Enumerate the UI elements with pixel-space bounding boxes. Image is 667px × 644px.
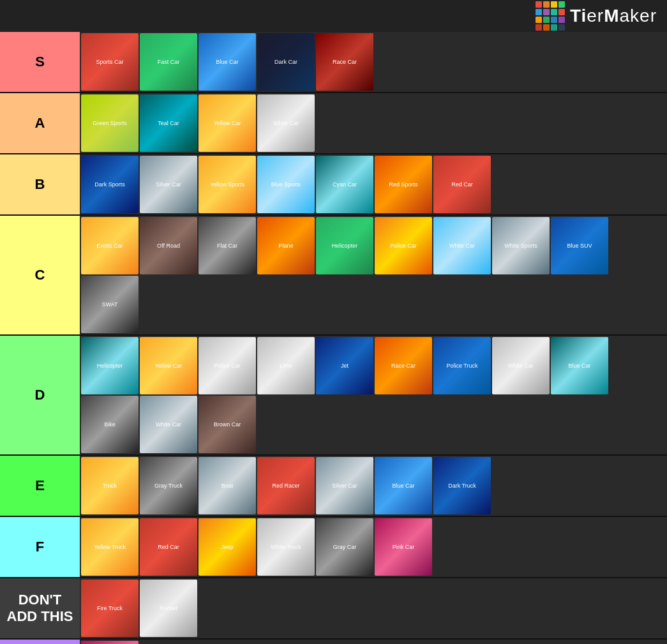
logo-grid-cell-6 [551, 9, 557, 15]
tier-item-F-2[interactable]: Jeep [199, 518, 256, 576]
tier-item-img-C-6: White Car [433, 217, 491, 274]
tier-rows-container: SSports CarFast CarBlue CarDark CarRace … [0, 32, 667, 644]
tier-item-img-D-3: Limo [257, 337, 315, 394]
tier-row-F: FYellow TruckRed CarJeepWhite TruckGray … [0, 517, 667, 578]
tier-item-C-3[interactable]: Plane [257, 217, 315, 274]
tier-item-E-5[interactable]: Blue Car [375, 457, 432, 514]
tier-item-img-D-11: Brown Car [199, 396, 256, 453]
tier-item-img-E-1: Gray Truck [140, 457, 197, 514]
tier-item-C-2[interactable]: Flat Car [199, 217, 256, 274]
tier-items-E: TruckGray TruckBoatRed RacerSilver CarBl… [80, 456, 667, 516]
tier-items-CANT: Hover Car [80, 640, 667, 644]
tier-item-img-C-0: Exotic Car [81, 217, 139, 274]
tier-item-D-5[interactable]: Race Car [375, 337, 432, 394]
tier-item-A-3[interactable]: White Car [257, 94, 315, 152]
tier-item-D-0[interactable]: Helicopter [81, 337, 139, 394]
tier-item-img-S-0: Sports Car [81, 33, 139, 91]
tier-row-CANT: Can't BuyHover Car [0, 640, 667, 644]
tier-item-img-S-3: Dark Car [257, 33, 315, 91]
logo-grid-cell-15 [558, 24, 565, 31]
logo-grid-cell-1 [543, 1, 550, 8]
tier-item-D-7[interactable]: White Car [492, 337, 550, 394]
tier-item-D-10[interactable]: White Car [140, 396, 197, 453]
tier-item-img-A-3: White Car [257, 94, 315, 152]
tier-item-CANT-0[interactable]: Hover Car [81, 641, 139, 644]
tier-item-img-S-4: Race Car [316, 33, 373, 91]
tier-item-img-E-4: Silver Car [316, 457, 373, 514]
tier-item-D-6[interactable]: Police Truck [433, 337, 491, 394]
tier-item-S-1[interactable]: Fast Car [140, 33, 197, 91]
tier-item-D-8[interactable]: Blue Car [551, 337, 608, 394]
tier-item-S-3[interactable]: Dark Car [257, 33, 315, 91]
tier-item-C-6[interactable]: White Car [433, 217, 491, 274]
tier-item-A-2[interactable]: Yellow Car [199, 94, 256, 152]
tier-item-B-5[interactable]: Red Sports [375, 156, 432, 213]
logo-grid-cell-0 [536, 1, 542, 8]
logo-grid-cell-11 [558, 17, 565, 23]
tier-item-C-4[interactable]: Helicopter [316, 217, 373, 274]
tier-item-D-9[interactable]: Bike [81, 396, 139, 453]
tier-item-B-3[interactable]: Blue Sports [257, 156, 315, 213]
tier-item-img-B-2: Yellow Sports [199, 156, 256, 213]
tier-item-C-7[interactable]: White Sports [492, 217, 550, 274]
tier-item-A-0[interactable]: Green Sports [81, 94, 139, 152]
tier-item-E-6[interactable]: Dark Truck [433, 457, 491, 514]
tier-list: TierMaker SSports CarFast CarBlue CarDar… [0, 0, 667, 644]
tier-item-C-1[interactable]: Off Road [140, 217, 197, 274]
tier-item-D-3[interactable]: Limo [257, 337, 315, 394]
tier-row-C: CExotic CarOff RoadFlat CarPlaneHelicopt… [0, 216, 667, 336]
tier-item-F-0[interactable]: Yellow Truck [81, 518, 139, 576]
tier-item-img-S-1: Fast Car [140, 33, 197, 91]
tier-item-C-0[interactable]: Exotic Car [81, 217, 139, 274]
tier-item-img-D-2: Police Car [199, 337, 256, 394]
tier-item-img-D-6: Police Truck [433, 337, 491, 394]
tier-item-D-11[interactable]: Brown Car [199, 396, 256, 453]
tier-item-D-1[interactable]: Yellow Car [140, 337, 197, 394]
tier-item-S-0[interactable]: Sports Car [81, 33, 139, 91]
tier-item-E-0[interactable]: Truck [81, 457, 139, 514]
tier-item-DONT-1[interactable]: Rocket [140, 580, 197, 637]
tier-item-E-4[interactable]: Silver Car [316, 457, 373, 514]
tier-item-F-3[interactable]: White Truck [257, 518, 315, 576]
tier-item-D-4[interactable]: Jet [316, 337, 373, 394]
tier-item-F-1[interactable]: Red Car [140, 518, 197, 576]
tier-items-D: HelicopterYellow CarPolice CarLimoJetRac… [80, 336, 667, 454]
tier-item-img-E-0: Truck [81, 457, 139, 514]
tier-item-img-F-2: Jeep [199, 518, 256, 576]
tier-item-img-C-9: SWAT [81, 276, 139, 333]
tier-item-img-D-4: Jet [316, 337, 373, 394]
tier-item-E-2[interactable]: Boat [199, 457, 256, 514]
tier-item-C-5[interactable]: Police Car [375, 217, 432, 274]
tier-item-B-4[interactable]: Cyan Car [316, 156, 373, 213]
logo-grid-cell-2 [551, 1, 557, 8]
tier-row-A: AGreen SportsTeal CarYellow CarWhite Car [0, 93, 667, 154]
tier-item-E-3[interactable]: Red Racer [257, 457, 315, 514]
tier-item-A-1[interactable]: Teal Car [140, 94, 197, 152]
tier-item-B-2[interactable]: Yellow Sports [199, 156, 256, 213]
tier-item-img-B-6: Red Car [433, 156, 491, 213]
tier-item-F-5[interactable]: Pink Car [375, 518, 432, 576]
tier-item-C-9[interactable]: SWAT [81, 276, 139, 333]
tier-item-E-1[interactable]: Gray Truck [140, 457, 197, 514]
tier-item-img-B-5: Red Sports [375, 156, 432, 213]
tier-item-B-6[interactable]: Red Car [433, 156, 491, 213]
tier-item-B-0[interactable]: Dark Sports [81, 156, 139, 213]
tier-item-S-2[interactable]: Blue Car [199, 33, 256, 91]
tier-label-DONT: DON'T ADD THIS [0, 578, 80, 638]
tier-item-DONT-0[interactable]: Fire Truck [81, 580, 139, 637]
tier-item-img-E-2: Boat [199, 457, 256, 514]
tier-item-D-2[interactable]: Police Car [199, 337, 256, 394]
tier-items-B: Dark SportsSilver CarYellow SportsBlue S… [80, 154, 667, 214]
logo-grid-cell-7 [558, 9, 565, 15]
tier-item-img-D-1: Yellow Car [140, 337, 197, 394]
tier-item-img-D-7: White Car [492, 337, 550, 394]
tier-item-img-DONT-0: Fire Truck [81, 580, 139, 637]
tier-item-img-E-5: Blue Car [375, 457, 432, 514]
tier-label-F: F [0, 517, 80, 577]
tier-item-S-4[interactable]: Race Car [316, 33, 373, 91]
tier-items-DONT: Fire TruckRocket [80, 578, 667, 638]
tier-item-F-4[interactable]: Gray Car [316, 518, 373, 576]
tier-item-B-1[interactable]: Silver Car [140, 156, 197, 213]
tier-item-img-E-6: Dark Truck [433, 457, 491, 514]
tier-item-C-8[interactable]: Blue SUV [551, 217, 608, 274]
